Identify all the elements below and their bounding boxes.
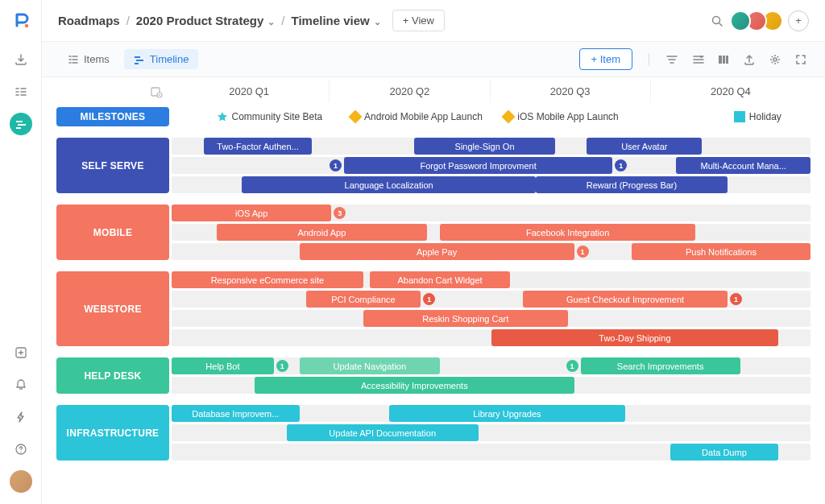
timeline-bar[interactable]: Search Improvements	[581, 357, 740, 374]
breadcrumb-project[interactable]: 2020 Product Strategy ⌄	[136, 14, 275, 27]
timeline-bar[interactable]: Reward (Progress Bar)	[536, 176, 728, 193]
timeline-lane: Accessibility Improvements	[172, 377, 810, 394]
timeline-bar[interactable]: Abandon Cart Widget	[370, 271, 510, 288]
timeline-lane: Language LocalizationReward (Progress Ba…	[172, 176, 810, 193]
timeline-bar[interactable]: Help Bot	[172, 357, 274, 374]
timeline-icon	[134, 54, 145, 65]
timeline-bar[interactable]: Forgot Password Improvment	[344, 157, 612, 174]
breadcrumb-view[interactable]: Timeline view ⌄	[292, 14, 381, 27]
tag-icon[interactable]	[691, 53, 706, 66]
count-badge: 1	[276, 360, 288, 372]
count-badge: 1	[330, 159, 342, 171]
timeline-bar[interactable]: Multi-Account Mana...	[676, 157, 810, 174]
timeline-bar[interactable]: iOS App	[172, 204, 331, 221]
timeline-lane: Forgot Password Improvment11Multi-Accoun…	[172, 157, 810, 174]
search-icon[interactable]	[711, 14, 723, 27]
timeline-bar[interactable]: Guest Checkout Improvement	[523, 291, 728, 308]
group-label-mobile[interactable]: MOBILE	[56, 204, 169, 260]
export-icon[interactable]	[743, 53, 757, 66]
nav-add-icon[interactable]	[10, 341, 32, 364]
nav-inbox-icon[interactable]	[10, 48, 32, 71]
add-collaborator-button[interactable]: +	[788, 10, 809, 31]
timeline-bar[interactable]: Update Navigation	[300, 357, 440, 374]
breadcrumb-root[interactable]: Roadmaps	[58, 14, 120, 27]
svg-rect-8	[136, 60, 143, 61]
timeline-bar[interactable]: User Avatar	[587, 138, 702, 155]
quarter-header: 2020 Q3	[491, 81, 651, 102]
timeline-bar[interactable]: Update API Documentation	[287, 424, 479, 441]
timeline-lane: PCI Compliance1Guest Checkout Improvemen…	[172, 291, 810, 308]
svg-point-10	[700, 56, 703, 58]
milestone-item[interactable]: iOS Mobile App Launch	[504, 111, 618, 122]
app-sidebar	[0, 0, 42, 504]
timeline-bar[interactable]: Facebook Integration	[440, 224, 695, 241]
timeline-bar[interactable]: Android App	[217, 224, 428, 241]
timeline-lane: Data Dump	[172, 444, 810, 461]
list-icon	[68, 54, 79, 65]
group-label-milestones[interactable]: MILESTONES	[56, 107, 169, 126]
svg-rect-13	[726, 56, 728, 64]
timeline-lane: Help Bot1Update NavigationSearch Improve…	[172, 357, 810, 374]
svg-point-14	[773, 58, 777, 61]
group-label-webstore[interactable]: WEBSTORE	[56, 271, 169, 346]
timeline-bar[interactable]: Single-Sign On	[414, 138, 554, 155]
breadcrumb: Roadmaps / 2020 Product Strategy ⌄ / Tim…	[58, 14, 381, 27]
timeline-bar[interactable]: Database Improvem...	[172, 405, 300, 422]
timeline-bar[interactable]: Responsive eCommerce site	[172, 271, 363, 288]
timeline-lane: Database Improvem...Library Upgrades	[172, 405, 810, 422]
timeline-lane: Reskin Shopping Cart	[172, 310, 810, 327]
add-item-button[interactable]: + Item	[579, 48, 633, 70]
svg-point-6	[713, 16, 720, 23]
timeline-area: 2020 Q1 2020 Q2 2020 Q3 2020 Q4 MILESTON…	[42, 77, 825, 504]
timeline-lane: iOS App3	[172, 204, 810, 221]
add-view-button[interactable]: + View	[392, 10, 445, 31]
svg-point-17	[159, 94, 160, 96]
timeline-bar[interactable]: Two-Factor Authen...	[204, 138, 313, 155]
tab-items[interactable]: Items	[58, 49, 119, 69]
svg-rect-12	[723, 56, 725, 64]
milestone-item[interactable]: Community Site Beta	[217, 111, 323, 122]
timeline-bar[interactable]: Data Dump	[670, 444, 779, 461]
filter-icon[interactable]	[665, 53, 680, 66]
quarter-header: 2020 Q2	[330, 81, 490, 102]
nav-bolt-icon[interactable]	[10, 406, 32, 428]
tab-timeline[interactable]: Timeline	[124, 49, 199, 69]
count-badge: 1	[423, 293, 435, 305]
timeline-bar[interactable]: Reskin Shopping Cart	[363, 310, 568, 327]
nav-roadmap-icon[interactable]	[10, 113, 32, 135]
svg-rect-2	[18, 124, 26, 126]
timeline-bar[interactable]: Language Localization	[242, 176, 536, 193]
group-label-selfserve[interactable]: SELF SERVE	[56, 138, 169, 193]
user-avatar[interactable]	[10, 470, 32, 493]
timeline-bar[interactable]: Apple Pay	[300, 243, 574, 260]
app-logo	[12, 11, 30, 29]
group-label-helpdesk[interactable]: HELP DESK	[56, 357, 169, 394]
count-badge: 1	[615, 159, 627, 171]
calendar-gear-icon[interactable]	[150, 85, 163, 98]
timeline-bar[interactable]: PCI Compliance	[306, 291, 421, 308]
milestone-item[interactable]: Android Mobile App Launch	[350, 111, 483, 122]
timeline-lane: Android AppFacebook Integration	[172, 224, 810, 241]
timeline-bar[interactable]: Push Notifications	[632, 243, 810, 260]
timeline-bar[interactable]: Library Upgrades	[389, 405, 625, 422]
group-label-infra[interactable]: INFRASTRUCTURE	[56, 405, 169, 461]
timeline-bar[interactable]: Two-Day Shipping	[491, 329, 779, 346]
columns-icon[interactable]	[717, 53, 732, 66]
nav-bell-icon[interactable]	[10, 374, 32, 396]
timeline-lane: Two-Factor Authen...Single-Sign OnUser A…	[172, 138, 810, 155]
svg-point-0	[24, 24, 27, 27]
svg-rect-1	[16, 121, 23, 122]
svg-rect-11	[719, 56, 722, 64]
view-toolbar: Items Timeline + Item	[42, 42, 825, 77]
expand-icon[interactable]	[794, 53, 809, 66]
svg-rect-9	[135, 63, 139, 64]
timeline-bar[interactable]: Accessibility Improvements	[255, 377, 574, 394]
timeline-lane: Apple Pay1Push Notifications	[172, 243, 810, 260]
count-badge: 1	[577, 246, 589, 258]
nav-help-icon[interactable]	[10, 438, 32, 461]
milestone-item[interactable]: Holiday	[734, 111, 781, 122]
gear-icon[interactable]	[769, 53, 783, 66]
quarter-header: 2020 Q4	[651, 81, 810, 102]
presence-avatar[interactable]	[730, 10, 751, 31]
nav-tasks-icon[interactable]	[10, 81, 32, 103]
